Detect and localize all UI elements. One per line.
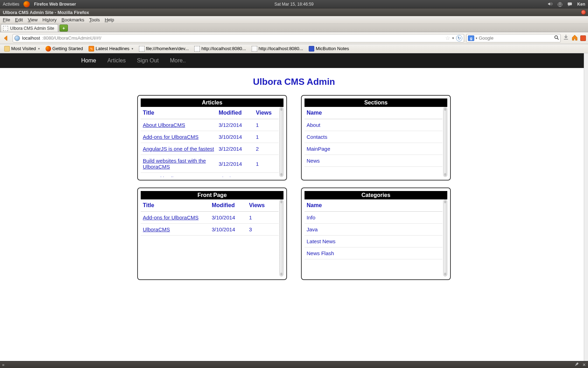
page-icon (139, 46, 145, 52)
cell-name[interactable]: News Flash (304, 247, 442, 259)
cms-nav: Home Articles Sign Out More.. (0, 53, 588, 68)
article-link[interactable]: About UlboraCMS (143, 122, 185, 128)
url-bar[interactable]: localhost:8080/UlboraCmsAdminUI/#!/ ☆ ▾ … (13, 34, 464, 42)
home-button[interactable] (571, 34, 578, 42)
article-link[interactable]: Add-ons for UlboraCMS (143, 214, 198, 220)
cell-name[interactable]: News (304, 155, 442, 167)
tab-label: Ulbora CMS Admin Site (10, 26, 54, 31)
current-app-label[interactable]: Firefox Web Browser (34, 2, 76, 7)
cell-name[interactable]: MainPage (304, 143, 442, 155)
cell-name[interactable]: About (304, 119, 442, 131)
menu-history[interactable]: History (42, 17, 56, 22)
clock[interactable]: Sat Mar 15, 18:46:59 (274, 2, 314, 7)
addon-bar-toggle[interactable]: » (2, 362, 5, 367)
article-link[interactable]: Add-ons for UlboraCMS (143, 134, 198, 140)
frontpage-table: Title Modified Views Add-ons for UlboraC… (141, 199, 279, 236)
col-name: Name (304, 107, 442, 119)
menu-file[interactable]: File (3, 17, 10, 22)
bookmark-micbutton[interactable]: MicButton Notes (307, 45, 351, 52)
note-icon (309, 46, 314, 52)
volume-icon[interactable] (548, 2, 553, 6)
cell-modified: 3/12/2014 (217, 119, 254, 131)
bookmark-label: Getting Started (52, 46, 83, 51)
cell-name[interactable]: Info (304, 212, 442, 224)
table-row: Add-ons for UlboraCMS3/10/20141 (141, 212, 279, 224)
menu-view[interactable]: View (28, 17, 37, 22)
browser-tab[interactable]: Ulbora CMS Admin Site (1, 24, 58, 32)
nav-home[interactable]: Home (76, 54, 101, 67)
page-scrollbar[interactable] (584, 53, 588, 361)
col-modified: Modified (210, 199, 247, 212)
bookmark-file-link[interactable]: file:///home/ken/dev... (137, 45, 191, 52)
bookmark-http-2[interactable]: http://localhost:8080... (250, 45, 305, 52)
google-search-engine-icon[interactable]: g (468, 35, 474, 41)
user-menu[interactable]: Ken (577, 2, 585, 7)
table-row: About UlboraCMS3/12/20141 (141, 119, 279, 131)
nav-articles[interactable]: Articles (103, 54, 131, 67)
bookmark-getting-started[interactable]: Getting Started (43, 45, 85, 52)
nav-signout[interactable]: Sign Out (132, 54, 163, 67)
bookmark-latest-headlines[interactable]: ∿ Latest Headlines ▾ (86, 45, 135, 52)
back-button[interactable] (2, 34, 10, 42)
search-input[interactable] (479, 35, 553, 41)
rss-icon: ∿ (89, 46, 94, 52)
cell-views: 1 (254, 119, 279, 131)
addon-button[interactable] (580, 35, 586, 41)
panel-scrollbar[interactable] (279, 107, 284, 177)
article-link[interactable]: UlboraCMS (143, 226, 170, 232)
tool-icon[interactable] (575, 362, 579, 367)
menu-bookmarks[interactable]: Bookmarks (62, 17, 84, 22)
close-icon[interactable]: ✕ (582, 362, 586, 367)
panel-frontpage: Front Page Title Modified Views Add-ons … (137, 188, 287, 280)
table-row: About (304, 119, 442, 131)
bookmark-star-icon[interactable]: ☆ (445, 35, 450, 41)
activities-button[interactable]: Activities (3, 2, 19, 7)
sections-table: Name AboutContactsMainPageNews (304, 107, 442, 167)
article-link[interactable]: SEO With UlboraCMS (143, 176, 195, 177)
chat-icon[interactable] (567, 2, 572, 6)
cell-name[interactable]: Java (304, 224, 442, 236)
table-row: SEO With UlboraCMS3/15/20146 (141, 173, 279, 177)
panel-scrollbar[interactable] (443, 199, 447, 277)
firefox-menubar: File Edit View History Bookmarks Tools H… (0, 16, 588, 24)
cell-name[interactable]: Latest News (304, 236, 442, 247)
cell-name[interactable]: Contacts (304, 131, 442, 143)
col-views: Views (247, 199, 279, 212)
gnome-top-bar: Activities Firefox Web Browser Sat Mar 1… (0, 0, 588, 8)
col-title: Title (141, 107, 217, 119)
firefox-app-icon (23, 1, 30, 7)
article-link[interactable]: Build websites fast with the UlboraCMS (143, 158, 206, 170)
table-row: News (304, 155, 442, 167)
new-tab-button[interactable]: + (59, 25, 68, 32)
bookmarks-toolbar: Most Visited ▾ Getting Started ∿ Latest … (0, 44, 588, 53)
table-row: AngularJS is one of the fastest3/12/2014… (141, 143, 279, 155)
bookmark-http-1[interactable]: http://localhost:8080... (192, 45, 248, 52)
menu-edit[interactable]: Edit (15, 17, 23, 22)
cell-title: UlboraCMS (141, 224, 210, 236)
bookmark-most-visited[interactable]: Most Visited ▾ (2, 45, 42, 52)
panel-scrollbar[interactable] (279, 199, 284, 277)
svg-point-1 (560, 3, 561, 4)
menu-tools[interactable]: Tools (89, 17, 100, 22)
bookmark-label: http://localhost:8080... (201, 46, 246, 51)
reload-button[interactable]: ↻ (456, 35, 462, 41)
article-link[interactable]: AngularJS is one of the fastest (143, 146, 214, 152)
col-title: Title (141, 199, 210, 212)
accessibility-icon[interactable] (558, 2, 562, 6)
cell-views: 1 (247, 212, 279, 224)
panel-scrollbar[interactable] (443, 107, 447, 177)
window-close-button[interactable] (581, 10, 586, 15)
url-dropdown-icon[interactable]: ▾ (452, 36, 454, 40)
search-engine-dropdown-icon[interactable]: ▾ (476, 36, 477, 40)
search-submit-icon[interactable] (554, 35, 559, 41)
search-bar[interactable]: g ▾ (466, 34, 561, 42)
table-row: Java (304, 224, 442, 236)
menu-help[interactable]: Help (105, 17, 114, 22)
nav-more[interactable]: More.. (165, 54, 190, 67)
panel-sections: Sections Name AboutContactsMainPageNews (301, 95, 451, 180)
cell-modified: 3/12/2014 (217, 155, 254, 173)
cell-modified: 3/10/2014 (210, 212, 247, 224)
downloads-icon[interactable] (563, 34, 569, 42)
cell-modified: 3/10/2014 (210, 224, 247, 236)
status-bar: » ✕ (0, 361, 588, 368)
